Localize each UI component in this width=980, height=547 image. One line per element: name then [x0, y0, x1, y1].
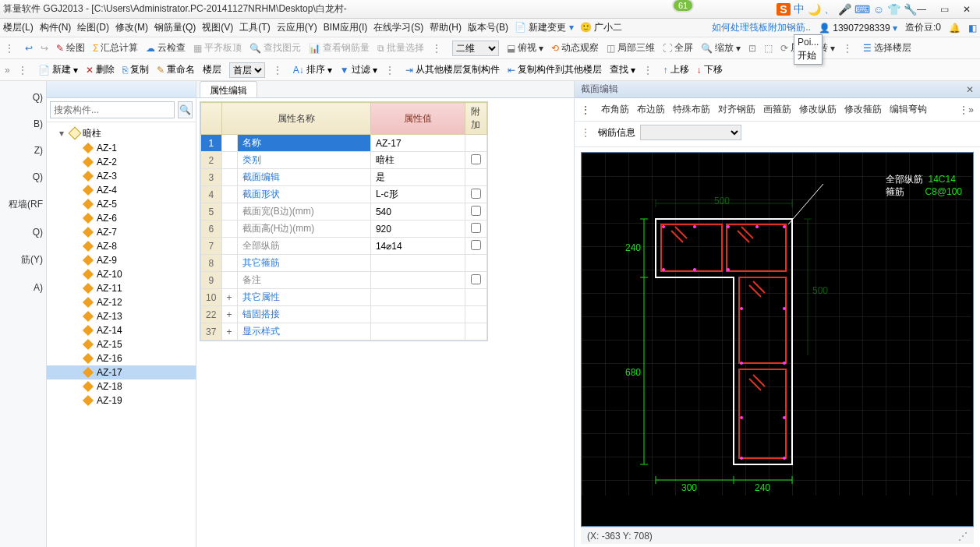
- view-rebar-button[interactable]: 📊查看钢筋量: [309, 41, 370, 55]
- tree-node-az-19[interactable]: AZ-19: [47, 393, 196, 408]
- section-close-button[interactable]: ✕: [966, 84, 974, 95]
- cat-rf[interactable]: 程墙(RF: [2, 190, 44, 219]
- expand-icon[interactable]: +: [221, 323, 237, 341]
- cat-q1[interactable]: Q): [2, 84, 44, 111]
- prop-value[interactable]: [370, 306, 465, 323]
- prop-value[interactable]: [370, 255, 465, 272]
- new-button[interactable]: 📄新建▾: [38, 63, 78, 76]
- extra-checkbox[interactable]: [471, 154, 481, 164]
- menu-modify[interactable]: 修改(M): [115, 21, 148, 34]
- menu-floor[interactable]: 楼层(L): [3, 21, 34, 34]
- tree-node-az-9[interactable]: AZ-9: [47, 253, 196, 267]
- tree-node-az-14[interactable]: AZ-14: [47, 323, 196, 337]
- prop-value[interactable]: 是: [370, 169, 465, 186]
- floor-select[interactable]: 首层: [229, 62, 265, 78]
- delete-button[interactable]: ✕删除: [86, 63, 115, 76]
- cat-z[interactable]: Z): [2, 137, 44, 164]
- menu-bim[interactable]: BIM应用(I): [324, 21, 368, 34]
- ime-zhong[interactable]: 中: [794, 2, 805, 16]
- select-floor-button[interactable]: ☰选择楼层: [863, 41, 911, 55]
- prop-value[interactable]: 540: [370, 203, 465, 221]
- menu-learn[interactable]: 在线学习(S): [373, 21, 423, 34]
- draw-button[interactable]: ✎绘图: [56, 41, 85, 55]
- tree-node-az-10[interactable]: AZ-10: [47, 267, 196, 281]
- prop-row[interactable]: 22+锚固搭接: [201, 306, 487, 323]
- copy-from-button[interactable]: ⇥从其他楼层复制构件: [405, 63, 500, 76]
- prop-value[interactable]: AZ-17: [370, 135, 465, 152]
- sum-button[interactable]: Σ汇总计算: [93, 41, 138, 55]
- cat-q2[interactable]: Q): [2, 164, 44, 190]
- tool-modify-stirrup[interactable]: 修改箍筋: [844, 103, 882, 116]
- tree-node-az-1[interactable]: AZ-1: [47, 141, 196, 155]
- cat-y[interactable]: 筋(Y): [2, 245, 44, 274]
- minimize-button[interactable]: —: [917, 4, 926, 15]
- copy-to-button[interactable]: ⇤复制构件到其他楼层: [508, 63, 602, 76]
- prop-value[interactable]: L-c形: [370, 186, 465, 203]
- new-change-button[interactable]: 📄 新建变更 ▾: [515, 21, 574, 34]
- expand-icon[interactable]: +: [221, 289, 237, 306]
- prop-value[interactable]: [370, 323, 465, 341]
- tree-node-az-5[interactable]: AZ-5: [47, 197, 196, 211]
- section-canvas[interactable]: 全部纵筋 14C14 箍筋 C8@100 240 680 300 240 500…: [581, 152, 974, 527]
- tree-node-az-18[interactable]: AZ-18: [47, 379, 196, 393]
- local3d-button[interactable]: ◫局部三维: [607, 41, 655, 55]
- top-view-button[interactable]: ⬓俯视▾: [507, 41, 543, 55]
- cloud-check-button[interactable]: ☁云检查: [146, 41, 186, 55]
- menu-help[interactable]: 帮助(H): [430, 21, 462, 34]
- tool-edit-hook[interactable]: 编辑弯钩: [890, 103, 927, 116]
- tree-node-az-11[interactable]: AZ-11: [47, 281, 196, 295]
- menu-rebar[interactable]: 钢筋量(Q): [154, 21, 196, 34]
- prop-row[interactable]: 1名称AZ-17: [201, 135, 487, 152]
- app-icon[interactable]: ◧: [968, 23, 977, 34]
- ime-punct[interactable]: 、: [824, 2, 835, 16]
- extra-checkbox[interactable]: [471, 206, 481, 216]
- tool-align[interactable]: 对齐钢筋: [718, 103, 755, 116]
- menu-tools[interactable]: 工具(T): [239, 21, 270, 34]
- component-tree[interactable]: ▾ 暗柱 AZ-1AZ-2AZ-3AZ-4AZ-5AZ-6AZ-7AZ-8AZ-…: [47, 122, 196, 547]
- fullscreen-button[interactable]: ⛶全屏: [663, 41, 693, 55]
- expand-icon[interactable]: +: [221, 306, 237, 323]
- move-up-button[interactable]: ↑上移: [663, 63, 689, 76]
- bell-icon[interactable]: 🔔: [949, 23, 961, 34]
- sort-button[interactable]: A↓排序▾: [293, 63, 332, 76]
- tab-property[interactable]: 属性编辑: [200, 81, 257, 97]
- close-button[interactable]: ✕: [963, 4, 971, 15]
- vhandle-icon[interactable]: ⋮»: [959, 104, 974, 115]
- prop-value[interactable]: [370, 272, 465, 289]
- tree-node-az-15[interactable]: AZ-15: [47, 337, 196, 351]
- rename-button[interactable]: ✎重命名: [157, 63, 195, 76]
- search-button[interactable]: 🔍: [178, 101, 193, 118]
- menu-draw[interactable]: 绘图(D): [77, 21, 109, 34]
- view-mode-select[interactable]: 二维: [452, 41, 499, 56]
- cat-b[interactable]: B): [2, 111, 44, 137]
- tool-stirrup[interactable]: 画箍筋: [763, 103, 791, 116]
- redo-button[interactable]: ↪: [41, 43, 48, 54]
- grip-icon-3[interactable]: ⋮: [843, 43, 852, 54]
- ime-mic-icon[interactable]: 🎤: [838, 3, 851, 16]
- tree-root[interactable]: ▾ 暗柱: [47, 125, 196, 141]
- tool-modify-long[interactable]: 修改纵筋: [799, 103, 837, 116]
- grip-icon-9[interactable]: ⋮: [581, 127, 590, 138]
- extra-checkbox[interactable]: [471, 223, 481, 233]
- prop-value[interactable]: [370, 289, 465, 306]
- property-grid[interactable]: 属性名称 属性值 附加 1名称AZ-172类别暗柱3截面编辑是4截面形状L-c形…: [200, 101, 488, 341]
- grip-icon-4[interactable]: ⋮: [18, 65, 27, 76]
- zoom-button[interactable]: 🔍缩放▾: [701, 41, 741, 55]
- phone-label[interactable]: 👤 13907298339 ▾: [819, 23, 897, 34]
- prop-row[interactable]: 9备注: [201, 272, 487, 289]
- tree-node-az-3[interactable]: AZ-3: [47, 169, 196, 183]
- undo-button[interactable]: ↩: [25, 43, 33, 54]
- tree-node-az-12[interactable]: AZ-12: [47, 295, 196, 309]
- ime-moon-icon[interactable]: 🌙: [808, 3, 821, 16]
- tree-node-az-2[interactable]: AZ-2: [47, 155, 196, 169]
- grip-icon-8[interactable]: ⋮: [581, 104, 590, 115]
- resize-grip-icon[interactable]: ⋰: [958, 531, 968, 542]
- help-link[interactable]: 如何处理筏板附加钢筋..: [712, 21, 811, 34]
- prop-value[interactable]: 920: [370, 221, 465, 238]
- menu-component[interactable]: 构件(N): [40, 21, 72, 34]
- prop-row[interactable]: 2类别暗柱: [201, 152, 487, 169]
- tree-node-az-17[interactable]: AZ-17: [47, 365, 196, 379]
- notify-badge[interactable]: 61: [672, 0, 694, 12]
- tree-node-az-6[interactable]: AZ-6: [47, 211, 196, 225]
- extra-checkbox[interactable]: [471, 240, 481, 250]
